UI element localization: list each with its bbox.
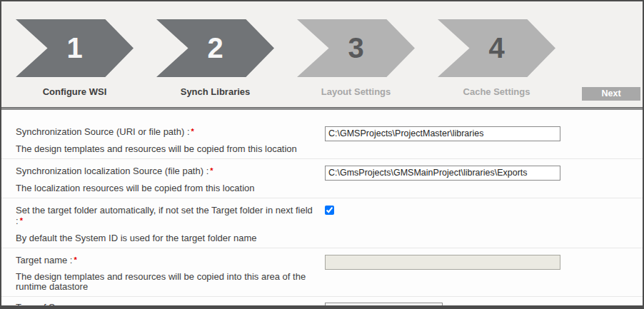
form-row-source-type: Type of Source : Archives Only [1, 297, 643, 309]
wizard-header: 1 Configure WSI 2 Synch Libraries 3 Layo… [1, 1, 643, 107]
field-text: Synchronization Source (URI or file path… [16, 126, 325, 154]
required-asterisk: * [210, 166, 213, 175]
wizard-page: 1 Configure WSI 2 Synch Libraries 3 Layo… [0, 0, 644, 309]
auto-target-label: Set the target folder automatically, if … [16, 205, 318, 226]
sync-source-description: The design templates and resources will … [16, 143, 318, 154]
field-text: Target name :* The design templates and … [16, 255, 325, 292]
wizard-step-1: 1 Configure WSI [16, 19, 134, 107]
field-text: Type of Source : [16, 302, 325, 309]
field-text: Set the target folder automatically, if … [16, 205, 325, 243]
field-control [325, 255, 643, 270]
wizard-step-2: 2 Synch Libraries [156, 19, 274, 107]
step-2-number: 2 [207, 32, 223, 64]
required-asterisk: * [74, 255, 77, 264]
wizard-step-4: 4 Cache Settings [438, 19, 555, 107]
wizard-step-3: 3 Layout Settings [297, 19, 415, 107]
auto-target-description: By default the System ID is used for the… [16, 233, 318, 243]
form-row-auto-target: Set the target folder automatically, if … [1, 198, 643, 248]
step-1-chevron-icon[interactable]: 1 [16, 19, 134, 77]
step-4-label: Cache Settings [438, 86, 555, 107]
field-control [325, 205, 643, 218]
label-text: Synchronization localization Source (fil… [16, 166, 208, 176]
step-2-label: Synch Libraries [156, 86, 274, 107]
form-row-sync-source: Synchronization Source (URI or file path… [1, 110, 643, 159]
field-control [325, 166, 643, 181]
step-4-chevron-icon[interactable]: 4 [438, 19, 555, 77]
source-type-select[interactable]: Archives Only [325, 303, 443, 309]
auto-target-checkbox[interactable] [325, 206, 334, 215]
step-2-chevron-icon[interactable]: 2 [156, 19, 274, 77]
localization-source-input[interactable] [325, 166, 560, 181]
wizard-steps: 1 Configure WSI 2 Synch Libraries 3 Layo… [16, 19, 643, 107]
step-1-label: Configure WSI [16, 86, 134, 107]
step-3-chevron-icon[interactable]: 3 [297, 19, 415, 77]
field-control [325, 126, 643, 141]
label-text: Type of Source : [16, 302, 84, 309]
target-name-description: The design templates and resources will … [16, 272, 318, 292]
step-4-number: 4 [488, 32, 504, 64]
field-text: Synchronization localization Source (fil… [16, 166, 325, 193]
required-asterisk: * [20, 216, 23, 225]
form-row-target-name: Target name :* The design templates and … [1, 248, 643, 297]
field-control: Archives Only [325, 302, 643, 309]
localization-source-label: Synchronization localization Source (fil… [16, 166, 318, 176]
label-text: Target name : [16, 255, 73, 265]
sync-settings-form: Synchronization Source (URI or file path… [1, 110, 643, 309]
form-row-localization-source: Synchronization localization Source (fil… [1, 159, 643, 198]
step-3-label: Layout Settings [297, 86, 415, 107]
step-1-number: 1 [66, 32, 82, 64]
target-name-input [325, 255, 560, 270]
sync-source-label: Synchronization Source (URI or file path… [16, 126, 318, 137]
next-button[interactable]: Next [582, 87, 640, 101]
step-3-number: 3 [348, 32, 363, 64]
label-text: Set the target folder automatically, if … [16, 205, 313, 226]
sync-source-input[interactable] [325, 126, 560, 141]
target-name-label: Target name :* [16, 255, 318, 265]
localization-source-description: The localization resources will be copie… [16, 183, 318, 193]
source-type-label: Type of Source : [16, 302, 318, 309]
required-asterisk: * [191, 127, 194, 136]
label-text: Synchronization Source (URI or file path… [16, 126, 190, 137]
